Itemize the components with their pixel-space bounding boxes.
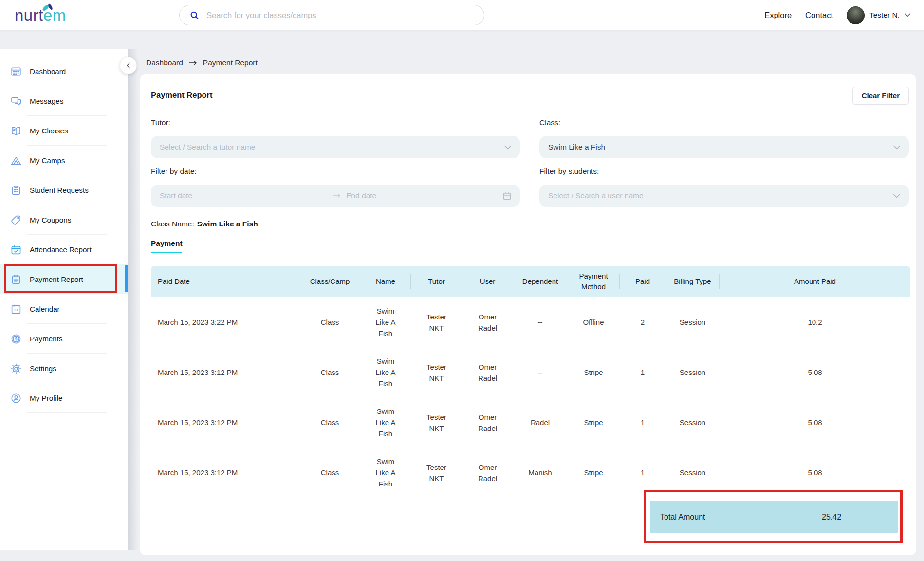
col-header-tutor: Tutor [411,266,462,297]
sidebar-item-student-requests[interactable]: Student Requests [0,175,128,205]
students-select-placeholder: Select / Search a user name [548,191,644,200]
sidebar-item-label: Dashboard [30,67,66,75]
requests-icon [10,185,22,196]
tab-payment[interactable]: Payment [151,239,183,253]
sidebar-item-label: Payment Report [30,275,83,283]
nav-link-explore[interactable]: Explore [764,11,792,20]
camps-icon [10,155,22,167]
coupons-icon [10,214,22,226]
tutor-select-placeholder: Select / Search a tutor name [160,143,255,151]
cell-name: Swim Like A Fish [360,297,411,347]
sidebar-item-messages[interactable]: Messages [0,86,128,116]
global-search [179,5,484,25]
sidebar-item-label: Calendar [30,305,60,313]
sidebar-item-calendar[interactable]: 31Calendar [0,294,128,324]
sidebar-collapse-button[interactable] [120,57,137,74]
table-body: March 15, 2023 3:22 PMClassSwim Like A F… [151,297,910,498]
cell-name: Swim Like A Fish [360,448,411,498]
sidebar-item-attendance-report[interactable]: Attendance Report [0,235,128,264]
breadcrumb-current: Payment Report [203,58,258,67]
tutor-label: Tutor: [151,117,520,128]
sidebar-item-my-profile[interactable]: My Profile [0,383,128,413]
table-row: March 15, 2023 3:12 PMClassSwim Like A F… [151,448,910,498]
students-filter-label: Filter by students: [539,166,909,177]
sidebar-item-my-camps[interactable]: My Camps [0,146,128,175]
cell-user: Omer Radel [462,297,513,347]
range-arrow-icon [333,193,341,198]
sidebar-item-settings[interactable]: Settings [0,354,128,383]
cell-dependent: -- [513,297,567,347]
cell-name: Swim Like A Fish [360,347,411,397]
cell-amount-paid: 5.08 [720,347,910,397]
sidebar-item-payment-report[interactable]: Payment Report [0,264,128,294]
class-name-label: Class Name: [151,220,194,228]
calendar-icon [503,192,511,200]
cell-paid: 1 [620,347,665,397]
sidebar-item-my-classes[interactable]: My Classes [0,116,128,146]
cell-class-camp: Class [299,297,360,347]
sidebar-item-label: Settings [30,364,56,373]
cell-payment-method: Stripe [567,397,620,448]
sidebar-item-label: Attendance Report [30,245,92,254]
total-amount-value: 25.42 [822,513,841,522]
total-amount-label: Total Amount [660,513,705,522]
total-amount-box: Total Amount 25.42 [650,501,898,533]
payments-icon: $ [10,333,22,345]
cell-tutor: Tester NKT [411,448,462,498]
cell-payment-method: Stripe [567,347,620,397]
payment-report-card: Payment Report Clear Filter Tutor: Selec… [140,74,916,555]
cell-paid: 2 [620,297,665,347]
sidebar: DashboardMessagesMy ClassesMy CampsStude… [0,49,128,550]
cell-class-camp: Class [299,347,360,397]
nav-link-contact[interactable]: Contact [805,11,833,20]
cell-billing-type: Session [665,397,720,448]
sidebar-item-dashboard[interactable]: Dashboard [0,56,128,86]
cell-payment-method: Offline [567,297,620,347]
sidebar-item-label: Messages [30,97,63,105]
date-range-picker[interactable]: Start date End date [151,185,520,207]
clear-filter-button[interactable]: Clear Filter [852,87,909,105]
tutor-select[interactable]: Select / Search a tutor name [151,136,520,158]
class-name-line: Class Name:Swim Like a Fish [151,220,909,228]
cell-paid: 1 [620,397,665,448]
sidebar-item-my-coupons[interactable]: My Coupons [0,205,128,235]
cell-dependent: Manish [513,448,567,498]
sidebar-item-payments[interactable]: $Payments [0,324,128,354]
start-date-input[interactable]: Start date [160,191,333,200]
class-select-value: Swim Like a Fish [548,143,605,151]
table-row: March 15, 2023 3:22 PMClassSwim Like A F… [151,297,910,347]
app-logo[interactable]: nurtem [15,7,66,23]
cell-tutor: Tester NKT [411,347,462,397]
class-select[interactable]: Swim Like a Fish [539,136,909,158]
breadcrumb-dashboard[interactable]: Dashboard [146,58,183,67]
table-row: March 15, 2023 3:12 PMClassSwim Like A F… [151,397,910,448]
col-header-class-camp: Class/Camp [299,266,360,297]
cell-paid-date: March 15, 2023 3:12 PM [151,397,299,448]
cell-dependent: Radel [513,397,567,448]
tab-active-underline [151,252,182,253]
col-header-dependent: Dependent [513,266,567,297]
end-date-input[interactable]: End date [346,191,376,200]
sidebar-nav: DashboardMessagesMy ClassesMy CampsStude… [0,49,128,413]
logo-leaf-icon [42,3,55,11]
col-header-amount-paid: Amount Paid [720,266,910,297]
students-select[interactable]: Select / Search a user name [539,185,909,207]
cell-paid-date: March 15, 2023 3:12 PM [151,347,299,397]
cell-dependent: -- [513,347,567,397]
cell-amount-paid: 5.08 [720,448,910,498]
breadcrumb: Dashboard Payment Report [146,58,258,67]
cell-payment-method: Stripe [567,448,620,498]
tabs: Payment [151,239,909,253]
sidebar-item-label: Student Requests [30,186,89,194]
arrow-right-icon [189,60,197,65]
search-input[interactable] [205,10,477,20]
cell-class-camp: Class [299,448,360,498]
cell-user: Omer Radel [462,397,513,448]
chevron-down-icon [893,194,900,198]
user-avatar[interactable] [847,6,865,24]
col-header-name: Name [360,266,411,297]
sidebar-item-label: My Camps [30,156,65,165]
sidebar-item-label: My Profile [30,394,63,402]
cell-paid: 1 [620,448,665,498]
user-menu-trigger[interactable]: Tester N. [847,6,910,24]
